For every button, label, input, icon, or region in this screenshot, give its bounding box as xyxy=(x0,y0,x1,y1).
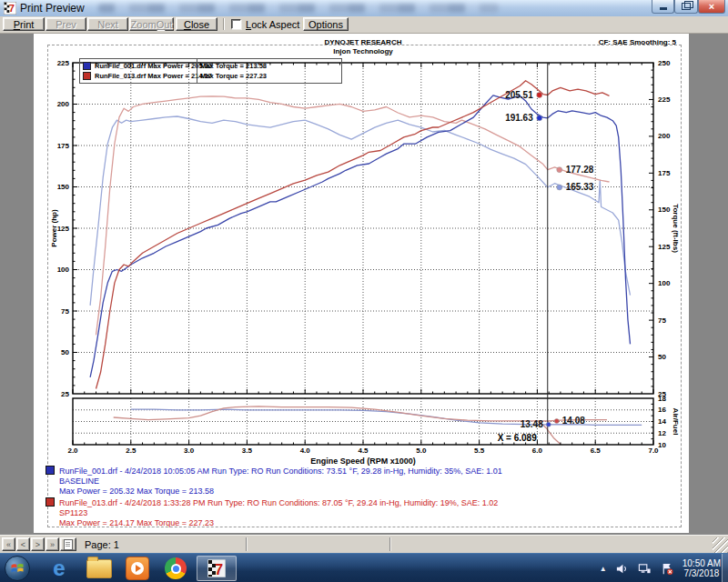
svg-text:3.5: 3.5 xyxy=(242,447,253,455)
chart-title: DYNOJET RESEARCH xyxy=(34,38,693,46)
svg-text:2.0: 2.0 xyxy=(67,447,78,455)
run-info-sp1123: RunFile_013.drf - 4/24/2018 1:33:28 PM R… xyxy=(46,497,628,528)
status-bar: « < > » Page: 1 xyxy=(0,535,728,554)
svg-text:14.08: 14.08 xyxy=(562,416,585,426)
cursor-marker-af_red xyxy=(554,418,559,423)
chart-subtitle: Injon Technology xyxy=(34,47,693,55)
minimize-button[interactable] xyxy=(652,0,674,14)
next-page-nav-button[interactable]: > xyxy=(31,537,45,551)
file-explorer-icon[interactable] xyxy=(84,557,115,580)
legend-max-torque: Max Torque = 227.23 xyxy=(200,72,267,80)
svg-text:7: 7 xyxy=(215,561,223,578)
status-separator xyxy=(389,537,391,551)
svg-text:25: 25 xyxy=(61,390,69,398)
prev-page-button[interactable]: Prev xyxy=(46,17,86,31)
legend-row: RunFile_013.drf Max Power = 214.17 Max T… xyxy=(80,70,341,81)
print-preview-toolbar: Print Prev Next Zoom Out Close Lock Aspe… xyxy=(0,16,728,34)
close-window-button[interactable]: × xyxy=(698,0,725,14)
media-player-icon[interactable] xyxy=(122,557,153,580)
run-info-line3: Max Power = 205.32 Max Torque = 213.58 xyxy=(59,487,628,497)
start-button[interactable] xyxy=(5,556,30,581)
svg-text:4.0: 4.0 xyxy=(300,447,311,455)
app-icon: 7 xyxy=(4,2,16,15)
windows-flag-icon xyxy=(10,561,25,576)
legend-max-torque: Max Torque = 213.58 xyxy=(200,62,267,70)
next-page-button[interactable]: Next xyxy=(87,17,128,31)
svg-text:5.0: 5.0 xyxy=(416,447,427,455)
last-page-button[interactable]: » xyxy=(46,537,59,551)
RunFile_013 Torque xyxy=(96,96,610,335)
svg-text:Power (hp): Power (hp) xyxy=(50,209,58,247)
page-number-label: Page: 1 xyxy=(85,539,119,550)
run-swatch-blue xyxy=(46,466,55,475)
network-icon[interactable] xyxy=(637,562,652,576)
hidden-icons-arrow[interactable]: ▲ xyxy=(600,565,607,573)
first-page-button[interactable]: « xyxy=(2,537,15,551)
svg-text:7.0: 7.0 xyxy=(648,447,659,455)
clock-date: 7/3/2018 xyxy=(682,568,721,578)
svg-text:205.51: 205.51 xyxy=(505,90,533,100)
svg-text:Air/Fuel: Air/Fuel xyxy=(672,408,680,436)
toolbar-separator xyxy=(223,18,225,30)
taskbar-clock[interactable]: 10:50 AM 7/3/2018 xyxy=(682,558,721,578)
svg-text:16: 16 xyxy=(658,406,666,414)
prev-page-nav-button[interactable]: < xyxy=(16,537,30,551)
legend-file: RunFile_013.drf xyxy=(95,72,146,80)
svg-text:10: 10 xyxy=(658,441,666,449)
zoom-out-button[interactable]: Zoom Out xyxy=(129,17,174,31)
svg-text:18: 18 xyxy=(658,395,666,403)
svg-text:175: 175 xyxy=(57,142,70,150)
svg-text:3.0: 3.0 xyxy=(184,447,195,455)
svg-text:200: 200 xyxy=(658,132,671,140)
svg-text:75: 75 xyxy=(658,316,666,325)
print-preview-page: 2252001751501251007550252502252001751501… xyxy=(34,34,689,533)
preview-background: 2252001751501251007550252502252001751501… xyxy=(0,34,728,535)
page-icon xyxy=(64,539,73,550)
run-info-line2: SP1123 xyxy=(59,508,628,518)
window-title: Print Preview xyxy=(20,2,85,15)
resize-grip[interactable] xyxy=(713,537,728,553)
window-titlebar[interactable]: 7 Print Preview × xyxy=(0,0,728,17)
svg-text:191.63: 191.63 xyxy=(505,113,533,123)
show-desktop-button[interactable] xyxy=(722,554,728,582)
svg-text:225: 225 xyxy=(658,95,671,104)
svg-text:14: 14 xyxy=(658,417,666,426)
legend-swatch-blue xyxy=(83,62,91,70)
svg-text:12: 12 xyxy=(658,429,666,437)
clock-time: 10:50 AM xyxy=(682,558,721,568)
internet-explorer-icon[interactable]: e xyxy=(44,557,75,580)
gridlines xyxy=(73,63,653,445)
svg-text:X = 6.089: X = 6.089 xyxy=(498,433,538,443)
run-info-line3: Max Power = 214.17 Max Torque = 227.23 xyxy=(59,518,628,528)
legend-divider xyxy=(197,59,197,83)
options-button[interactable]: Options xyxy=(303,17,349,31)
run-info-line1: RunFile_013.drf - 4/24/2018 1:33:28 PM R… xyxy=(46,497,628,508)
RunFile_001 Torque xyxy=(90,116,630,306)
cursor-marker-power_red xyxy=(537,92,542,97)
chrome-icon[interactable] xyxy=(160,557,191,580)
dynojet-icon: 7 xyxy=(207,559,226,577)
svg-text:250: 250 xyxy=(658,59,671,67)
page-setup-button[interactable] xyxy=(60,537,76,551)
dynojet-active-app-button[interactable]: 7 xyxy=(197,556,237,581)
svg-text:Torque (ft-lbs): Torque (ft-lbs) xyxy=(672,204,680,253)
close-preview-button[interactable]: Close xyxy=(176,17,217,31)
svg-text:2.5: 2.5 xyxy=(126,447,136,455)
svg-text:200: 200 xyxy=(57,100,70,108)
restore-button[interactable] xyxy=(674,0,698,14)
RunFile_013 Power xyxy=(96,81,610,389)
print-button[interactable]: Print xyxy=(3,17,45,31)
svg-text:150: 150 xyxy=(658,206,671,214)
legend-file: RunFile_001.drf xyxy=(95,62,146,70)
svg-text:175: 175 xyxy=(658,169,671,177)
run-swatch-red xyxy=(46,497,55,507)
svg-text:75: 75 xyxy=(61,307,69,316)
svg-text:125: 125 xyxy=(658,243,671,251)
chart-legend: RunFile_001.drf Max Power = 205.32 Max T… xyxy=(79,58,342,84)
legend-swatch-red xyxy=(83,72,91,80)
volume-icon[interactable] xyxy=(615,562,629,576)
svg-text:6.5: 6.5 xyxy=(591,447,602,455)
svg-text:7: 7 xyxy=(9,3,15,14)
action-center-flag-icon[interactable] xyxy=(660,562,674,576)
lock-aspect-ratio-checkbox[interactable] xyxy=(231,19,241,29)
